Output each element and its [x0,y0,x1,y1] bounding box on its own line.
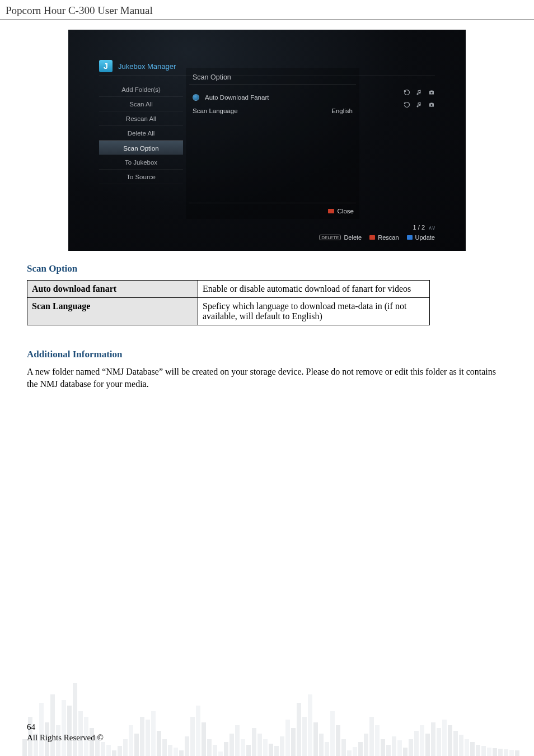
button-legend: DELETE Delete Rescan Update [319,234,435,241]
table-row: Auto download fanart Enable or disable a… [27,281,430,298]
sidebar-item-add-folders[interactable]: Add Folder(s) [99,82,183,97]
delete-key-icon: DELETE [319,235,341,240]
close-button[interactable]: Close [328,208,354,214]
legend-update-label: Update [415,234,435,241]
pager: 1 / 2 ∧∨ [413,224,435,231]
scan-language-value: English [331,108,353,114]
music-icon [416,101,423,108]
sidebar: Add Folder(s) Scan All Rescan All Delete… [99,82,183,184]
jukebox-icon: J [99,60,113,72]
table-cell-label: Scan Language [27,298,198,325]
table-row: Scan Language Speficy which language to … [27,298,430,325]
additional-info-body: A new folder named “NMJ Database” will b… [27,366,507,390]
sidebar-item-to-source[interactable]: To Source [99,170,183,184]
svg-point-1 [430,104,432,106]
scan-option-table: Auto download fanart Enable or disable a… [27,280,430,325]
red-button-icon [328,209,334,213]
legend-update: Update [407,234,435,241]
table-cell-label: Auto download fanart [27,281,198,298]
sidebar-item-delete-all[interactable]: Delete All [99,126,183,141]
auto-download-fanart-row[interactable]: Auto Download Fanart [193,91,353,104]
pager-text: 1 / 2 [413,224,425,231]
music-icon [416,89,423,96]
sidebar-item-scan-all[interactable]: Scan All [99,97,183,111]
red-button-icon [369,235,375,240]
media-icons-row-2 [371,101,435,108]
legend-rescan: Rescan [369,234,399,241]
page-number: 64 [27,722,104,732]
doc-header: Popcorn Hour C-300 User Manual [0,0,534,20]
scan-language-label: Scan Language [193,108,238,114]
panel-divider [189,85,356,85]
panel-bottom-divider [189,203,356,203]
media-type-icons-column [371,89,435,108]
table-cell-desc: Enable or disable automatic download of … [198,281,430,298]
panel-title: Scan Option [193,73,231,81]
blue-button-icon [407,235,413,240]
section-additional-info-title: Additional Information [27,349,507,360]
refresh-icon [404,89,410,96]
page-footer: 64 All Rights Reserved © [27,722,104,743]
sidebar-item-to-jukebox[interactable]: To Jukebox [99,155,183,170]
sidebar-item-scan-option[interactable]: Scan Option [99,141,183,155]
svg-point-0 [430,92,432,94]
section-scan-option-title: Scan Option [27,263,507,274]
legend-delete-label: Delete [344,234,362,241]
auto-download-fanart-label: Auto Download Fanart [205,94,269,101]
app-screenshot: J Jukebox Manager Add Folder(s) Scan All… [68,30,466,251]
legend-delete: DELETE Delete [319,234,362,241]
scan-option-panel: Scan Option Auto Download Fanart Scan La… [186,68,359,219]
table-cell-desc: Speficy which language to download meta-… [198,298,430,325]
pager-arrows-icon[interactable]: ∧∨ [428,225,435,231]
legend-rescan-label: Rescan [378,234,399,241]
refresh-icon [404,101,410,108]
close-label: Close [338,208,354,214]
rights-text: All Rights Reserved © [27,733,104,743]
sidebar-item-rescan-all[interactable]: Rescan All [99,111,183,126]
app-title: Jukebox Manager [118,62,176,71]
camera-icon [428,101,435,108]
camera-icon [428,89,435,96]
toggle-icon[interactable] [193,94,199,101]
scan-language-row[interactable]: Scan Language English [193,105,353,117]
media-icons-row-1 [371,89,435,96]
